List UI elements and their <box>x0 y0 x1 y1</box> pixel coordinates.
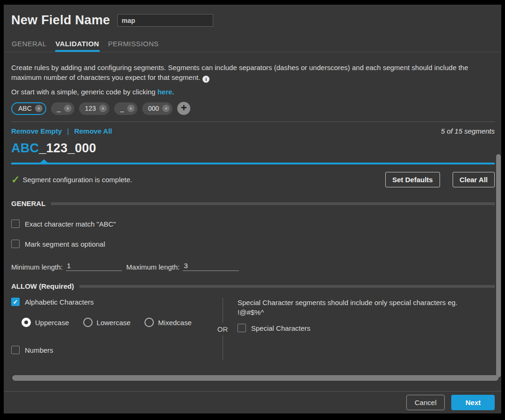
mixedcase-option: Mixedcase <box>144 318 192 327</box>
case-radio-group: Uppercase Lowercase Mixedcase <box>22 318 209 327</box>
remove-segment-icon[interactable]: × <box>127 105 135 112</box>
mixedcase-radio[interactable] <box>144 318 154 327</box>
vertical-scrollbar[interactable] <box>496 154 501 377</box>
max-length-input[interactable] <box>183 262 239 271</box>
exact-match-label: Exact character match "ABC" <box>25 220 116 228</box>
length-row: Minimum length: Maximum length: <box>11 262 495 271</box>
segment-chip-abc[interactable]: ABC × <box>11 102 46 115</box>
segment-actions-row: Remove Empty | Remove All 5 of 15 segmen… <box>11 127 495 135</box>
here-link[interactable]: here. <box>158 88 174 96</box>
general-section-header: GENERAL <box>11 199 495 207</box>
dialog-title: New Field Name <box>11 13 110 28</box>
clear-all-button[interactable]: Clear All <box>453 172 495 187</box>
remove-segment-icon[interactable]: × <box>35 105 43 112</box>
remove-empty-link[interactable]: Remove Empty <box>11 127 62 135</box>
new-field-dialog: New Field Name GENERAL VALIDATION PERMIS… <box>4 5 501 413</box>
allow-left-column: ✓ Alphabetic Characters Uppercase Lowerc… <box>11 298 209 367</box>
segment-count: 5 of 15 segments <box>441 127 495 135</box>
numbers-label: Numbers <box>25 346 53 354</box>
uppercase-option: Uppercase <box>22 318 69 327</box>
tab-permissions[interactable]: PERMISSIONS <box>108 40 159 52</box>
optional-row: Mark segment as optional <box>11 240 495 248</box>
special-characters-checkbox[interactable] <box>238 324 246 332</box>
segment-chip-sep1[interactable]: _ × <box>51 102 74 115</box>
remove-segment-icon[interactable]: × <box>162 105 170 112</box>
status-message: Segment configuration is complete. <box>22 176 132 184</box>
allow-right-column: Special Character segments should includ… <box>236 298 495 367</box>
field-name-input[interactable] <box>117 14 213 27</box>
next-button[interactable]: Next <box>451 395 495 410</box>
remove-all-link[interactable]: Remove All <box>74 127 112 135</box>
link-separator: | <box>67 127 69 135</box>
mixedcase-label: Mixedcase <box>158 319 192 327</box>
segment-pointer-icon <box>40 159 48 163</box>
exact-match-checkbox[interactable] <box>11 220 20 228</box>
remove-segment-icon[interactable]: × <box>64 105 72 112</box>
exact-match-row: Exact character match "ABC" <box>11 220 495 228</box>
segment-chip-list: ABC × _ × 123 × _ × 000 × + <box>11 102 495 115</box>
general-section-title: GENERAL <box>11 199 45 207</box>
cancel-button[interactable]: Cancel <box>406 395 445 410</box>
preview-underline <box>11 163 495 164</box>
allow-section-title: ALLOW (Required) <box>11 282 74 290</box>
or-start-text: Or start with a simple, generic code by … <box>11 88 495 96</box>
preview-selected-segment: ABC <box>11 141 39 155</box>
min-length-label: Minimum length: <box>11 263 63 271</box>
segment-chip-sep2[interactable]: _ × <box>114 102 137 115</box>
alphabetic-label: Alphabetic Characters <box>25 298 94 306</box>
alphabetic-row: ✓ Alphabetic Characters <box>11 298 209 306</box>
segment-chip-123[interactable]: 123 × <box>79 102 109 115</box>
numbers-row: Numbers <box>11 346 209 354</box>
numbers-checkbox[interactable] <box>11 346 20 354</box>
tab-validation[interactable]: VALIDATION <box>55 40 100 52</box>
dialog-header: New Field Name <box>4 5 501 28</box>
allow-columns: ✓ Alphabetic Characters Uppercase Lowerc… <box>11 298 495 367</box>
intro-text: Create rules by adding and configuring s… <box>11 63 483 83</box>
set-defaults-button[interactable]: Set Defaults <box>385 172 440 187</box>
min-length-input[interactable] <box>66 262 122 271</box>
uppercase-label: Uppercase <box>35 319 69 327</box>
validation-panel: Create rules by adding and configuring s… <box>4 63 501 381</box>
or-divider: OR <box>209 298 236 367</box>
add-segment-button[interactable]: + <box>177 102 190 115</box>
status-row: ✓ Segment configuration is complete. Set… <box>11 172 495 187</box>
remove-segment-icon[interactable]: × <box>99 105 107 112</box>
info-icon[interactable]: i <box>202 76 209 83</box>
tab-general[interactable]: GENERAL <box>11 40 47 52</box>
lowercase-radio[interactable] <box>83 318 93 327</box>
success-check-icon: ✓ <box>11 175 20 185</box>
lowercase-option: Lowercase <box>83 318 131 327</box>
uppercase-radio[interactable] <box>22 318 31 327</box>
optional-label: Mark segment as optional <box>25 240 105 248</box>
special-characters-note: Special Character segments should includ… <box>238 298 495 317</box>
tab-bar: GENERAL VALIDATION PERMISSIONS <box>4 40 501 52</box>
section-divider <box>11 121 495 122</box>
alphabetic-checkbox[interactable]: ✓ <box>11 298 20 306</box>
dialog-footer: Cancel Next <box>4 391 501 413</box>
lowercase-label: Lowercase <box>97 319 131 327</box>
code-preview: ABC_123_000 <box>11 141 495 156</box>
segment-chip-000[interactable]: 000 × <box>142 102 173 115</box>
horizontal-scrollbar[interactable] <box>11 375 495 381</box>
section-rule <box>51 202 495 205</box>
special-characters-row: Special Characters <box>238 324 495 332</box>
special-characters-label: Special Characters <box>251 324 310 332</box>
horizontal-scrollbar-thumb[interactable] <box>12 375 498 381</box>
allow-section-header: ALLOW (Required) <box>11 282 495 290</box>
section-rule <box>79 285 495 288</box>
or-label: OR <box>217 325 228 333</box>
optional-checkbox[interactable] <box>11 240 20 248</box>
max-length-label: Maximum length: <box>126 263 180 271</box>
